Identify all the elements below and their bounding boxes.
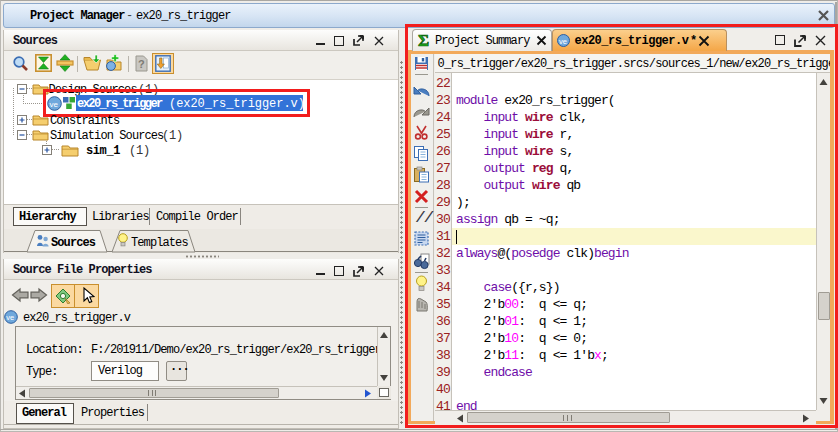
svg-text:ve: ve — [6, 313, 14, 322]
svg-text:?: ? — [138, 58, 145, 70]
